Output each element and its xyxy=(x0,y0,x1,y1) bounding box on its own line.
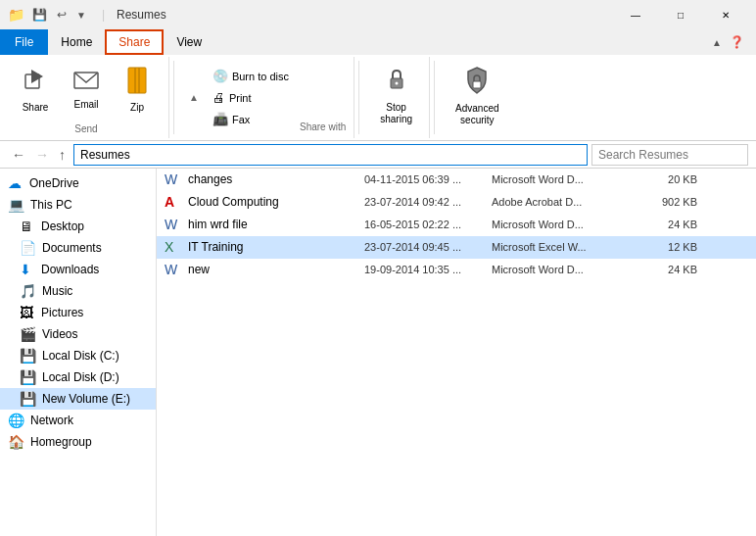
sidebar-label-documents: Documents xyxy=(42,241,102,255)
nav-buttons: ← → ↑ xyxy=(8,147,70,163)
sidebar-label-homegroup: Homegroup xyxy=(30,435,92,449)
forward-button[interactable]: → xyxy=(31,147,53,163)
file-size-himwrd: 24 KB xyxy=(638,219,697,230)
file-row-changes[interactable]: W changes 04-11-2015 06:39 ... Microsoft… xyxy=(157,169,756,191)
email-label: Email xyxy=(73,99,98,111)
sidebar-label-downloads: Downloads xyxy=(41,263,99,276)
newe-icon: 💾 xyxy=(20,391,36,407)
file-type-cloudcomputing: Adobe Acrobat D... xyxy=(492,196,638,208)
music-icon: 🎵 xyxy=(20,283,36,299)
fax-button[interactable]: 📠 Fax xyxy=(206,110,296,129)
zip-button[interactable]: Zip xyxy=(114,61,161,120)
file-row-new[interactable]: W new 19-09-2014 10:35 ... Microsoft Wor… xyxy=(157,259,756,281)
ribbon-content: Share Email xyxy=(0,55,756,141)
zip-label: Zip xyxy=(130,102,144,114)
sidebar-item-thispc[interactable]: 💻 This PC xyxy=(0,194,156,216)
address-path-input[interactable] xyxy=(73,144,588,166)
file-size-changes: 20 KB xyxy=(638,173,697,185)
svg-rect-7 xyxy=(473,81,481,88)
thispc-icon: 💻 xyxy=(8,197,24,213)
advanced-security-label: Advanced security xyxy=(455,103,498,126)
sidebar-item-videos[interactable]: 🎬 Videos xyxy=(0,323,156,345)
stop-sharing-label: Stop sharing xyxy=(380,102,412,125)
maximize-button[interactable]: □ xyxy=(658,0,703,29)
sidebar-item-pictures[interactable]: 🖼 Pictures xyxy=(0,302,156,323)
file-row-himwrd[interactable]: W him wrd file 16-05-2015 02:22 ... Micr… xyxy=(157,214,756,236)
email-button[interactable]: Email xyxy=(63,61,110,120)
file-type-himwrd: Microsoft Word D... xyxy=(492,219,638,230)
advanced-security-icon xyxy=(464,66,490,101)
file-date-ittraining: 23-07-2014 09:45 ... xyxy=(364,241,492,253)
window-title: Resumes xyxy=(117,8,166,22)
undo-quick-btn[interactable]: ↩ xyxy=(53,8,71,22)
email-icon xyxy=(73,70,99,97)
sidebar-label-desktop: Desktop xyxy=(41,219,84,233)
videos-icon: 🎬 xyxy=(20,326,36,342)
send-group-label: Send xyxy=(74,120,97,134)
sidebar-item-homegroup[interactable]: 🏠 Homegroup xyxy=(0,431,156,453)
sidebar-item-newe[interactable]: 💾 New Volume (E:) xyxy=(0,388,156,410)
tab-view[interactable]: View xyxy=(164,29,214,55)
file-row-cloudcomputing[interactable]: A Cloud Computing 23-07-2014 09:42 ... A… xyxy=(157,191,756,214)
file-row-ittraining[interactable]: X IT Training 23-07-2014 09:45 ... Micro… xyxy=(157,236,756,259)
file-type-new: Microsoft Word D... xyxy=(492,264,638,275)
address-bar: ← → ↑ xyxy=(0,141,756,169)
ribbon-group-stopshar: Stop sharing xyxy=(363,57,430,138)
quick-access-dropdown[interactable]: ▼ xyxy=(72,10,90,21)
sidebar-item-desktop[interactable]: 🖥 Desktop xyxy=(0,216,156,237)
ribbon-group-sharewith: ▲ 💿 Burn to disc 🖨 Print 📠 Fax Share wit… xyxy=(178,57,354,138)
downloads-icon: ⬇ xyxy=(20,262,35,277)
share-icon xyxy=(24,67,47,100)
stop-sharing-button[interactable]: Stop sharing xyxy=(371,67,421,125)
svg-point-6 xyxy=(395,81,398,84)
sidebar-label-network: Network xyxy=(30,414,73,427)
fax-icon: 📠 xyxy=(213,112,228,126)
sidebar-item-localc[interactable]: 💾 Local Disk (C:) xyxy=(0,345,156,366)
file-name-changes: changes xyxy=(188,172,364,186)
sidebar-item-network[interactable]: 🌐 Network xyxy=(0,410,156,431)
sidebar-label-videos: Videos xyxy=(42,327,77,341)
window-controls: — □ ✕ xyxy=(613,0,748,29)
file-icon-new: W xyxy=(165,262,182,277)
stop-sharing-items: Stop sharing xyxy=(371,61,421,130)
share-label: Share xyxy=(23,102,49,114)
file-name-himwrd: him wrd file xyxy=(188,218,364,231)
sidebar-item-downloads[interactable]: ⬇ Downloads xyxy=(0,259,156,280)
burn-label: Burn to disc xyxy=(232,71,289,82)
fax-label: Fax xyxy=(232,114,250,125)
search-input[interactable] xyxy=(591,144,748,166)
sidebar-item-locald[interactable]: 💾 Local Disk (D:) xyxy=(0,366,156,388)
sidebar: ☁ OneDrive 💻 This PC 🖥 Desktop 📄 Documen… xyxy=(0,169,157,536)
tab-share[interactable]: Share xyxy=(105,29,164,55)
sharewith-group-label: Share with xyxy=(300,118,346,132)
ribbon-expand-btn[interactable]: ▲ xyxy=(708,37,726,48)
sidebar-item-onedrive[interactable]: ☁ OneDrive xyxy=(0,172,156,194)
sidebar-item-documents[interactable]: 📄 Documents xyxy=(0,237,156,259)
minimize-button[interactable]: — xyxy=(613,0,658,29)
svg-rect-2 xyxy=(128,68,146,93)
scroll-left-arrow[interactable]: ▲ xyxy=(186,61,202,134)
quick-access-toolbar: 💾 ↩ ▼ xyxy=(28,8,90,22)
send-group-items: Share Email xyxy=(12,61,161,120)
print-button[interactable]: 🖨 Print xyxy=(206,88,296,108)
sidebar-item-music[interactable]: 🎵 Music xyxy=(0,280,156,302)
share-button[interactable]: Share xyxy=(12,61,59,120)
close-button[interactable]: ✕ xyxy=(703,0,748,29)
back-button[interactable]: ← xyxy=(8,147,29,163)
tab-home[interactable]: Home xyxy=(48,29,105,55)
file-type-changes: Microsoft Word D... xyxy=(492,173,638,185)
main-area: ☁ OneDrive 💻 This PC 🖥 Desktop 📄 Documen… xyxy=(0,169,756,536)
ribbon-help-btn[interactable]: ❓ xyxy=(726,35,748,49)
sidebar-label-music: Music xyxy=(42,284,72,298)
tab-file[interactable]: File xyxy=(0,29,48,55)
stop-sharing-icon xyxy=(385,67,408,100)
burn-button[interactable]: 💿 Burn to disc xyxy=(206,67,296,86)
save-quick-btn[interactable]: 💾 xyxy=(28,8,51,22)
file-date-new: 19-09-2014 10:35 ... xyxy=(364,264,492,275)
up-button[interactable]: ↑ xyxy=(55,147,70,163)
advanced-security-button[interactable]: Advanced security xyxy=(447,67,507,125)
zip-icon xyxy=(126,67,148,100)
file-type-ittraining: Microsoft Excel W... xyxy=(492,241,638,253)
sidebar-label-pictures: Pictures xyxy=(41,306,83,319)
print-label: Print xyxy=(229,92,252,104)
